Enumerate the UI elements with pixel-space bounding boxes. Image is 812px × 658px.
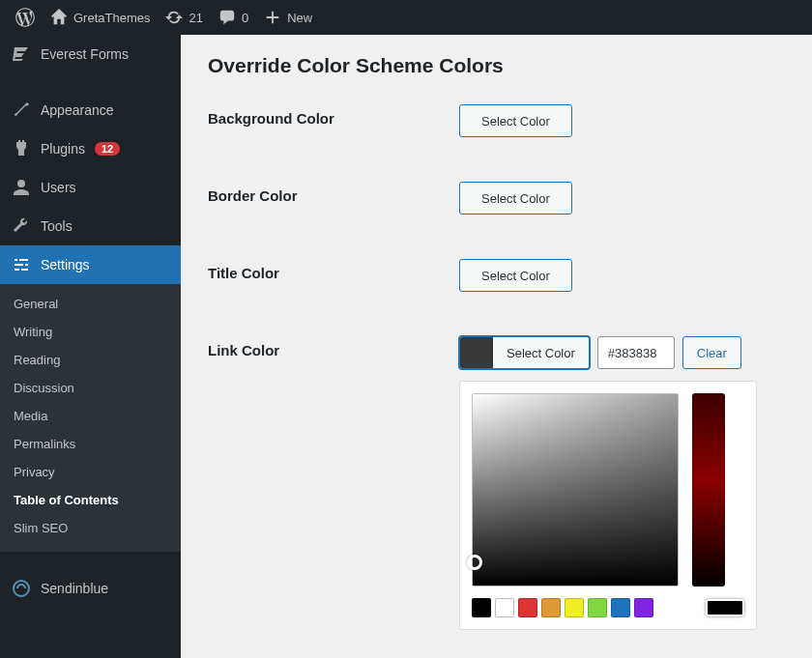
- brush-icon: [12, 100, 31, 120]
- wp-logo[interactable]: [8, 0, 43, 35]
- submenu-writing[interactable]: Writing: [0, 318, 181, 346]
- field-background-color: Background Color Select Color: [208, 104, 785, 137]
- plugins-update-badge: 12: [95, 142, 120, 156]
- sidebar-label: Sendinblue: [41, 581, 108, 596]
- main-content: Override Color Scheme Colors Background …: [181, 35, 812, 658]
- button-label: Select Color: [460, 114, 571, 129]
- clear-button[interactable]: Clear: [682, 336, 741, 369]
- button-label: Select Color: [460, 191, 571, 206]
- sidebar-item-appearance[interactable]: Appearance: [0, 91, 181, 129]
- sidebar-label: Users: [41, 180, 76, 195]
- field-label: Border Color: [208, 182, 459, 204]
- site-home-link[interactable]: GretaThemes: [43, 0, 158, 35]
- hue-slider[interactable]: [692, 393, 725, 586]
- wrench-icon: [12, 216, 31, 236]
- sidebar-label: Tools: [41, 218, 72, 234]
- submenu-discussion[interactable]: Discussion: [0, 374, 181, 402]
- section-title: Override Color Scheme Colors: [208, 54, 785, 77]
- field-label: Title Color: [208, 259, 459, 281]
- select-color-button[interactable]: Select Color: [459, 182, 572, 215]
- palette-swatch[interactable]: [541, 598, 561, 617]
- field-label: Background Color: [208, 104, 459, 127]
- color-picker-panel: [459, 381, 757, 630]
- palette-swatch[interactable]: [611, 598, 630, 617]
- user-icon: [12, 178, 31, 197]
- submenu-reading[interactable]: Reading: [0, 346, 181, 374]
- admin-sidebar: Everest Forms Appearance Plugins 12 User…: [0, 35, 181, 658]
- sendinblue-icon: [12, 579, 31, 598]
- submenu-privacy[interactable]: Privacy: [0, 458, 181, 486]
- sliders-icon: [12, 255, 31, 274]
- sidebar-label: Appearance: [41, 102, 114, 118]
- updates-link[interactable]: 21: [158, 0, 210, 35]
- submenu-general[interactable]: General: [0, 290, 181, 318]
- field-label: Link Color: [208, 336, 459, 358]
- sidebar-item-plugins[interactable]: Plugins 12: [0, 129, 181, 168]
- submenu-media[interactable]: Media: [0, 402, 181, 430]
- palette-swatch[interactable]: [495, 598, 514, 617]
- field-link-color: Link Color Select Color Clear: [208, 336, 785, 369]
- current-color-swatch: [460, 337, 493, 368]
- svg-point-0: [14, 581, 29, 596]
- comments-count: 0: [242, 11, 248, 25]
- palette-swatch[interactable]: [588, 598, 607, 617]
- sidebar-label: Everest Forms: [41, 46, 129, 62]
- submenu-slimseo[interactable]: Slim SEO: [0, 514, 181, 542]
- new-label: New: [287, 11, 312, 25]
- sidebar-item-tools[interactable]: Tools: [0, 207, 181, 245]
- submenu-permalinks[interactable]: Permalinks: [0, 430, 181, 458]
- updates-count: 21: [188, 11, 202, 25]
- sidebar-item-sendinblue[interactable]: Sendinblue: [0, 569, 181, 608]
- form-icon: [12, 44, 31, 64]
- field-title-color: Title Color Select Color: [208, 259, 785, 292]
- sidebar-item-settings[interactable]: Settings: [0, 245, 181, 284]
- comments-link[interactable]: 0: [211, 0, 256, 35]
- palette-swatch[interactable]: [472, 598, 491, 617]
- palette-swatch[interactable]: [565, 598, 584, 617]
- select-color-button[interactable]: Select Color: [459, 104, 572, 137]
- sidebar-label: Plugins: [41, 141, 85, 157]
- picker-cursor[interactable]: [467, 555, 482, 570]
- sidebar-label: Settings: [41, 257, 90, 272]
- sidebar-item-users[interactable]: Users: [0, 168, 181, 207]
- new-content-link[interactable]: New: [256, 0, 320, 35]
- select-color-button[interactable]: Select Color: [459, 259, 572, 292]
- plug-icon: [12, 139, 31, 158]
- admin-bar: GretaThemes 21 0 New: [0, 0, 812, 35]
- hex-input[interactable]: [597, 336, 675, 369]
- palette-swatch[interactable]: [634, 598, 653, 617]
- select-color-button[interactable]: Select Color: [459, 336, 590, 369]
- button-label: Select Color: [493, 346, 589, 360]
- palette-swatch[interactable]: [518, 598, 537, 617]
- sidebar-item-everest-forms[interactable]: Everest Forms: [0, 35, 181, 73]
- button-label: Select Color: [460, 269, 571, 283]
- settings-submenu: General Writing Reading Discussion Media…: [0, 284, 181, 552]
- submenu-toc[interactable]: Table of Contents: [0, 486, 181, 514]
- field-border-color: Border Color Select Color: [208, 182, 785, 215]
- site-name: GretaThemes: [73, 11, 150, 25]
- hue-slider-handle[interactable]: [706, 599, 744, 616]
- saturation-value-area[interactable]: [472, 393, 679, 586]
